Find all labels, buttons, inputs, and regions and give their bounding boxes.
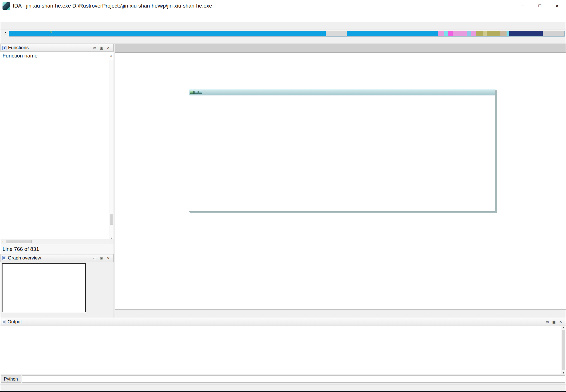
band-drag-handle[interactable]: [1, 31, 3, 36]
hscroll-right-icon[interactable]: ›: [109, 240, 114, 243]
output-scroll-down-icon[interactable]: ▼: [561, 371, 566, 374]
graph-overview-float-icon[interactable]: ▣: [98, 256, 105, 260]
graph-overview-canvas[interactable]: [2, 263, 86, 312]
node-icon-2: [194, 91, 198, 94]
status-bar: [0, 384, 566, 391]
functions-panel-title: Functions: [8, 45, 92, 50]
functions-close-icon[interactable]: ✕: [105, 46, 112, 50]
functions-float-icon[interactable]: ▣: [98, 46, 105, 50]
function-name-column-label[interactable]: Function name: [0, 53, 109, 59]
disassembly-listing[interactable]: [189, 95, 495, 119]
toolbar: [0, 22, 566, 30]
graph-overview-body: [0, 262, 114, 318]
view-tab-bar: [115, 44, 566, 53]
ida-view-canvas[interactable]: [115, 53, 566, 309]
python-label[interactable]: Python: [1, 376, 21, 383]
output-title: Output: [8, 319, 544, 325]
functions-restore-icon[interactable]: ▭: [92, 46, 98, 50]
functions-panel-header[interactable]: f Functions ▭ ▣ ✕: [0, 44, 114, 52]
functions-horizontal-scrollbar[interactable]: ‹ ›: [0, 239, 114, 244]
window-title: IDA - jin-xiu-shan-he.exe D:\RustroverPr…: [13, 3, 514, 9]
graph-node-titlebar[interactable]: [189, 89, 495, 95]
disassembly-status-strip: [115, 309, 566, 318]
app-icon: [3, 2, 10, 10]
output-restore-icon[interactable]: ▭: [544, 320, 551, 324]
maximize-button[interactable]: □: [531, 0, 548, 11]
output-float-icon[interactable]: ▣: [551, 320, 557, 324]
hscroll-left-icon[interactable]: ‹: [0, 240, 5, 243]
menu-bar: [0, 11, 566, 22]
functions-vertical-scrollbar[interactable]: ∨: [109, 60, 114, 239]
output-icon: ▤: [2, 320, 6, 324]
window-bottom-edge: [0, 391, 566, 392]
functions-column-header[interactable]: Function name ∧: [0, 52, 114, 60]
band-right-arrow-icon[interactable]: ▸: [5, 33, 6, 36]
functions-icon: f: [2, 46, 6, 50]
functions-scroll-down-icon[interactable]: ∨: [109, 236, 114, 239]
functions-line-status: Line 766 of 831: [0, 244, 114, 254]
band-scroll-arrows[interactable]: ◂▸: [3, 31, 8, 36]
ida-window: IDA - jin-xiu-shan-he.exe D:\RustroverPr…: [0, 0, 566, 392]
graph-overview-title: Graph overview: [8, 255, 92, 261]
node-icon-1: [190, 91, 194, 94]
output-scrollbar[interactable]: ▲ ▼: [561, 326, 566, 374]
output-body[interactable]: ▲ ▼: [0, 326, 566, 374]
output-scroll-thumb[interactable]: [562, 330, 565, 370]
output-close-icon[interactable]: ✕: [557, 320, 564, 324]
title-bar: IDA - jin-xiu-shan-he.exe D:\RustroverPr…: [0, 0, 566, 11]
node-icon-3: [198, 91, 202, 94]
output-panel: ▤ Output ▭ ▣ ✕ ▲ ▼: [0, 318, 566, 374]
python-input[interactable]: [22, 376, 565, 383]
minimize-button[interactable]: ─: [514, 0, 531, 11]
output-scroll-up-icon[interactable]: ▲: [561, 326, 566, 329]
navigation-band-row: ◂▸ ▼: [0, 30, 566, 37]
current-position-marker-icon: ▼: [50, 31, 52, 34]
python-bar: Python: [0, 374, 566, 384]
graph-overview-icon: ▦: [2, 256, 6, 260]
main-area: [115, 44, 566, 318]
color-legend: [0, 37, 566, 44]
functions-list[interactable]: ∨: [0, 60, 114, 239]
graph-node-main[interactable]: [189, 89, 495, 212]
hscroll-thumb[interactable]: [6, 240, 32, 243]
navigation-band[interactable]: ▼: [9, 31, 565, 37]
graph-overview-restore-icon[interactable]: ▭: [92, 256, 98, 260]
functions-scroll-thumb[interactable]: [110, 214, 113, 225]
output-header[interactable]: ▤ Output ▭ ▣ ✕: [0, 318, 566, 326]
left-panel: f Functions ▭ ▣ ✕ Function name ∧ ∨ ‹: [0, 44, 114, 318]
close-button[interactable]: ✕: [548, 0, 566, 11]
functions-scroll-up-icon[interactable]: ∧: [109, 54, 114, 57]
band-left-arrow-icon[interactable]: ◂: [5, 31, 6, 33]
graph-overview-header[interactable]: ▦ Graph overview ▭ ▣ ✕: [0, 254, 114, 262]
graph-overview-close-icon[interactable]: ✕: [105, 256, 112, 260]
